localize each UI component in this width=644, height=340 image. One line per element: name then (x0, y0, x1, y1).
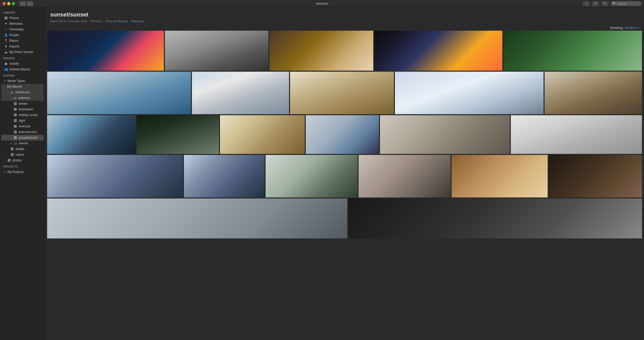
photo-item-p20[interactable] (359, 155, 451, 197)
photo-item-p6[interactable] (47, 72, 191, 114)
content-area: sunset/sunset March 2014 – February 2019… (45, 7, 644, 340)
sidebar-item-people[interactable]: 👤 People (1, 32, 44, 38)
forward-button[interactable]: › (27, 1, 33, 6)
photo-row-2 (47, 115, 642, 154)
photo-row-4 (47, 198, 642, 238)
photo-item-p24[interactable] (348, 198, 642, 238)
search-icon: 🔍 (613, 2, 616, 5)
sidebar-item-label: Places (9, 39, 41, 43)
photo-item-p13[interactable] (220, 115, 305, 154)
sidebar-item-imports[interactable]: ⬇ Imports (1, 44, 44, 49)
photo-item-p7[interactable] (192, 72, 289, 114)
imports-icon: ⬇ (4, 45, 8, 48)
disclosure-icon: ▾ (10, 97, 12, 99)
sidebar-item-myprojects[interactable]: ▶ My Projects (1, 169, 44, 175)
showing-value[interactable]: All Items ▾ (625, 26, 639, 30)
sidebar: Library 🖼 Photos ✦ Memories ♡ Favourites… (0, 7, 45, 340)
sidebar-item-mediatypes[interactable]: ▶ Media Types (1, 78, 44, 84)
photo-item-p22[interactable] (549, 155, 642, 197)
interior-icon: 🗂 (14, 142, 17, 145)
details-icon: 🖼 (10, 147, 14, 151)
exteriors-children: 🖼 aerials 🖼 dusk/dawn 🖼 midday sunny 🖼 n… (0, 101, 45, 140)
memories-icon: ✦ (4, 22, 8, 26)
sidebar-item-nature[interactable]: 🖼 nature (1, 152, 44, 157)
photo-item-p12[interactable] (137, 115, 219, 154)
sidebar-item-duskdawn[interactable]: 🖼 dusk/dawn (1, 106, 44, 112)
photo-item-p18[interactable] (184, 155, 264, 197)
photo-item-p16[interactable] (511, 115, 642, 154)
sidebar-item-places[interactable]: 📍 Places (1, 38, 44, 44)
back-button[interactable]: ‹ (20, 1, 26, 6)
photo-grid-inner (47, 31, 642, 238)
sidebar-item-night[interactable]: 🖼 night (1, 118, 44, 123)
references-icon: 🗂 (10, 90, 14, 94)
sidebar-item-overcastsun[interactable]: 🖼 overcast+sun (1, 129, 44, 135)
exteriors-icon: 🗂 (13, 96, 17, 100)
sidebar-item-references[interactable]: ▾ 🗂 references (1, 89, 44, 95)
disclosure-icon: ▶ (10, 142, 12, 145)
close-button[interactable] (3, 2, 6, 5)
photo-row-1 (47, 72, 642, 114)
sidebar-item-myalbums[interactable]: ▾ My Albums (1, 84, 44, 89)
photo-grid (45, 31, 644, 340)
sidebar-item-sharedalbums[interactable]: 👥 Shared Albums (1, 67, 44, 72)
sidebar-item-activity[interactable]: ◉ Activity (1, 61, 44, 67)
photo-item-p1[interactable] (47, 31, 164, 71)
photo-item-p19[interactable] (266, 155, 358, 197)
sidebar-item-label: My Photo Stream (9, 50, 41, 54)
window-controls (3, 2, 15, 5)
photo-item-p8[interactable] (290, 72, 394, 114)
show-as-memory-link[interactable]: Show as Memory (106, 20, 128, 23)
photo-item-p9[interactable] (395, 72, 544, 114)
maximize-button[interactable] (12, 2, 15, 5)
sidebar-item-details[interactable]: 🖼 details (1, 146, 44, 152)
photo-item-p10[interactable] (545, 72, 642, 114)
main-layout: Library 🖼 Photos ✦ Memories ♡ Favourites… (0, 7, 644, 340)
photo-item-p11[interactable] (47, 115, 136, 154)
sidebar-item-memories[interactable]: ✦ Memories (1, 21, 44, 27)
photostream-icon: ☁ (4, 50, 8, 54)
night-icon: 🖼 (13, 119, 17, 122)
sidebar-item-label: overcast (19, 125, 41, 128)
sharedalbums-icon: 👥 (4, 68, 8, 71)
sidebar-item-overcast[interactable]: 🖼 overcast (1, 123, 44, 129)
sidebar-item-photos[interactable]: 🖼 Photos (1, 15, 44, 21)
photo-item-p5[interactable] (503, 31, 642, 71)
sidebar-item-label: interior (19, 142, 41, 145)
sidebar-item-interior[interactable]: ▶ 🗂 interior (1, 140, 44, 146)
sidebar-item-middaysunny[interactable]: 🖼 midday sunny (1, 112, 44, 118)
share-button[interactable]: ⬆ (592, 1, 599, 6)
sidebar-item-aerials[interactable]: 🖼 aerials (1, 101, 44, 106)
sidebar-item-sunsetsunset[interactable]: 🖼 sunset/sunset (1, 135, 44, 140)
info-button[interactable]: ℹ (583, 1, 590, 6)
sidebar-item-label: sunset/sunset (19, 136, 41, 139)
sidebar-item-exteriors[interactable]: ▾ 🗂 exteriors (1, 95, 44, 101)
sidebar-item-myphotostream[interactable]: ☁ My Photo Stream (1, 49, 44, 55)
window-title: exteriors (316, 2, 328, 5)
minimize-button[interactable] (7, 2, 10, 5)
photo-item-p2[interactable] (165, 31, 269, 71)
photo-item-p4[interactable] (374, 31, 503, 71)
nature-icon: 🖼 (10, 153, 14, 156)
photo-item-p23[interactable] (47, 198, 347, 238)
photo-item-p17[interactable] (47, 155, 183, 197)
photo-item-p15[interactable] (380, 115, 510, 154)
sidebar-item-favourites[interactable]: ♡ Favourites (1, 27, 44, 32)
navigation-buttons: ‹ › (20, 1, 33, 6)
sidebar-item-photos2[interactable]: 🖼 photos (1, 157, 44, 163)
duskdawn-icon: 🖼 (13, 107, 17, 111)
photo-item-p21[interactable] (452, 155, 547, 197)
middaysunny-icon: 🖼 (13, 113, 17, 117)
titlebar-right-controls: ℹ ⬆ ↻ 🔍 Search (583, 1, 641, 6)
sidebar-item-label: Shared Albums (9, 68, 41, 71)
photo-row-0 (47, 31, 642, 71)
sunsetsunset-icon: 🖼 (13, 136, 17, 139)
disclosure-icon: ▶ (4, 171, 6, 173)
sidebar-item-label: night (19, 119, 41, 122)
photo-item-p3[interactable] (269, 31, 373, 71)
rotate-button[interactable]: ↻ (601, 1, 608, 6)
slideshow-link[interactable]: Slideshow (131, 20, 143, 23)
search-bar[interactable]: 🔍 Search (611, 1, 641, 6)
photo-item-p14[interactable] (306, 115, 379, 154)
overcastsun-icon: 🖼 (13, 130, 17, 134)
